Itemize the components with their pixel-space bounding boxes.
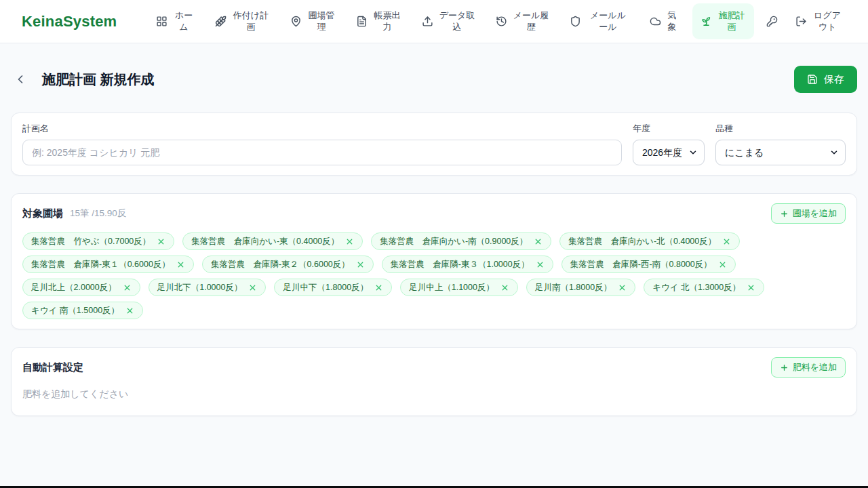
remove-field-icon[interactable]: [747, 283, 755, 292]
logout-icon: [795, 16, 807, 27]
remove-field-icon[interactable]: [176, 260, 185, 269]
field-chip: キウイ 北（1.3000反）: [644, 279, 764, 296]
nav-label: 気象: [667, 10, 677, 33]
field-chip-label: 足川南（1.8000反）: [535, 282, 612, 293]
nav-item-api-key[interactable]: [764, 10, 781, 33]
remove-field-icon[interactable]: [345, 237, 354, 246]
field-chip: 集落営農 倉庫隣-東２（0.6000反）: [202, 256, 374, 273]
field-chip: 集落営農 倉庫向かい-南（0.9000反）: [371, 232, 551, 250]
auto-calc-card: 自動計算設定 肥料を追加 肥料を追加してください: [11, 347, 857, 416]
target-fields-summary: 15筆 /15.90反: [70, 207, 126, 220]
field-chip-label: 集落営農 竹やぶ（0.7000反）: [31, 236, 151, 247]
nav-item-field-management[interactable]: 圃場管理: [285, 5, 341, 38]
chevron-left-icon: [14, 73, 27, 86]
plus-icon: [780, 363, 789, 372]
shield-icon: [570, 16, 581, 27]
field-chip-label: 集落営農 倉庫隣-東２（0.6000反）: [211, 259, 350, 270]
remove-field-icon[interactable]: [534, 237, 542, 246]
cloud-icon: [650, 16, 661, 27]
plus-icon: [780, 209, 789, 218]
nav-label: ホーム: [173, 10, 195, 33]
upload-icon: [422, 16, 433, 27]
top-navbar: KeinaSystem ホーム 作付け計画 圃場管理 帳票出力: [0, 0, 868, 43]
field-chip-label: 足川中上（1.1000反）: [409, 282, 494, 293]
nav-label: 作付け計画: [232, 10, 270, 33]
sprout-icon: [701, 16, 712, 27]
plan-name-label: 計画名: [22, 123, 622, 135]
year-label: 年度: [633, 123, 705, 135]
nav-label: データ取込: [439, 10, 475, 33]
nav-label: メールルール: [587, 10, 629, 33]
field-chip-label: 集落営農 倉庫向かい-南（0.9000反）: [380, 236, 528, 247]
year-select[interactable]: 2026年度: [633, 140, 705, 165]
field-chip: 集落営農 倉庫隣-西-南（0.8000反）: [561, 256, 736, 273]
remove-field-icon[interactable]: [125, 306, 134, 315]
back-button[interactable]: [11, 70, 30, 89]
variety-select[interactable]: にこまる: [715, 140, 846, 165]
page-title: 施肥計画 新規作成: [42, 70, 155, 89]
field-chip-label: 集落営農 倉庫向かい-北（0.4000反）: [568, 236, 716, 247]
nav-label: 施肥計画: [717, 10, 746, 33]
save-button-label: 保存: [824, 73, 844, 86]
auto-calc-title: 自動計算設定: [22, 361, 83, 374]
nav-item-logout[interactable]: ログアウト: [790, 5, 848, 38]
plan-name-input[interactable]: [22, 140, 622, 165]
remove-field-icon[interactable]: [123, 283, 132, 292]
add-field-button-label: 圃場を追加: [793, 207, 837, 220]
nav-item-mail-rules[interactable]: メールルール: [564, 5, 635, 38]
nav-label: 帳票出力: [373, 10, 401, 33]
nav-item-report-output[interactable]: 帳票出力: [351, 5, 407, 38]
field-chip: 集落営農 倉庫向かい-北（0.4000反）: [559, 232, 740, 250]
file-text-icon: [356, 16, 368, 27]
plan-form-card: 計画名 年度 2026年度 品種 にこまる: [11, 113, 857, 176]
field-chip-list: 集落営農 竹やぶ（0.7000反） 集落営農 倉庫向かい-東（0.4000反） …: [22, 232, 846, 319]
map-pin-icon: [290, 16, 302, 27]
field-chip-label: 集落営農 倉庫隣-西-南（0.8000反）: [570, 259, 712, 270]
key-icon: [766, 16, 778, 27]
field-chip-label: 集落営農 倉庫隣-東１（0.6000反）: [31, 259, 170, 270]
brand-logo: KeinaSystem: [22, 13, 117, 30]
main-nav: ホーム 作付け計画 圃場管理 帳票出力 データ取込: [151, 3, 848, 40]
field-chip: 集落営農 倉庫向かい-東（0.4000反）: [182, 232, 363, 250]
add-fertilizer-button-label: 肥料を追加: [793, 361, 837, 373]
nav-item-planting-plan[interactable]: 作付け計画: [210, 5, 275, 38]
field-chip-label: 足川北下（1.0000反）: [157, 282, 243, 293]
remove-field-icon[interactable]: [618, 283, 627, 292]
add-field-button[interactable]: 圃場を追加: [771, 203, 846, 224]
field-chip: 足川南（1.8000反）: [526, 279, 635, 296]
field-chip: 足川北上（2.0000反）: [22, 279, 140, 296]
field-chip-label: 足川中下（1.8000反）: [283, 282, 368, 293]
nav-item-weather[interactable]: 気象: [644, 5, 683, 38]
remove-field-icon[interactable]: [718, 260, 727, 269]
add-fertilizer-button[interactable]: 肥料を追加: [771, 357, 846, 378]
nav-item-mail-history[interactable]: メール履歴: [490, 5, 555, 38]
save-icon: [807, 74, 818, 85]
nav-item-data-import[interactable]: データ取込: [416, 5, 481, 38]
remove-field-icon[interactable]: [157, 237, 165, 246]
nav-label: ログアウト: [812, 10, 842, 33]
grid-icon: [156, 16, 167, 27]
field-chip: 足川中下（1.8000反）: [274, 279, 392, 296]
field-chip: 足川中上（1.1000反）: [400, 279, 518, 296]
remove-field-icon[interactable]: [248, 283, 257, 292]
target-fields-card: 対象圃場 15筆 /15.90反 圃場を追加 集落営農 竹やぶ（0.7000反）…: [11, 193, 857, 329]
field-chip: 足川北下（1.0000反）: [149, 279, 267, 296]
nav-label: 圃場管理: [307, 10, 336, 33]
field-chip-label: キウイ 北（1.3000反）: [652, 282, 741, 293]
remove-field-icon[interactable]: [374, 283, 383, 292]
save-button[interactable]: 保存: [794, 66, 857, 93]
nav-item-home[interactable]: ホーム: [151, 5, 200, 38]
remove-field-icon[interactable]: [722, 237, 731, 246]
fertilizer-empty-message: 肥料を追加してください: [22, 388, 846, 406]
field-chip: 集落営農 竹やぶ（0.7000反）: [22, 232, 174, 250]
field-chip: キウイ 南（1.5000反）: [22, 302, 143, 319]
nav-item-fertilization-plan[interactable]: 施肥計画: [692, 3, 754, 40]
remove-field-icon[interactable]: [536, 260, 545, 269]
field-chip-label: 足川北上（2.0000反）: [31, 282, 117, 293]
remove-field-icon[interactable]: [356, 260, 365, 269]
field-chip: 集落営農 倉庫隣-東３（1.0000反）: [382, 256, 553, 273]
page-header: 施肥計画 新規作成 保存: [11, 66, 857, 93]
remove-field-icon[interactable]: [500, 283, 509, 292]
variety-label: 品種: [715, 123, 846, 135]
history-icon: [496, 16, 507, 27]
